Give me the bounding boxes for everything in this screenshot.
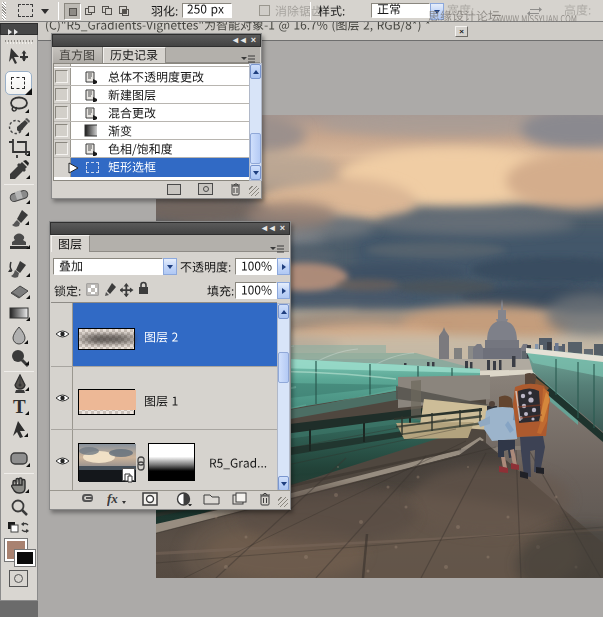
svg-text:T: T: [13, 397, 26, 417]
svg-text:fx: fx: [107, 492, 118, 506]
